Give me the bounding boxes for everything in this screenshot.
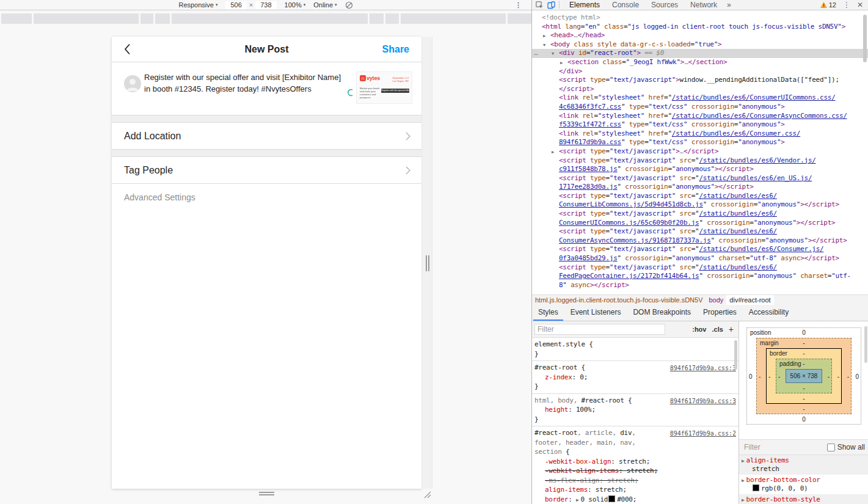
box-model-content-box[interactable]: 506 × 738: [786, 369, 822, 383]
toggle-class-button[interactable]: .cls: [712, 326, 723, 333]
new-style-rule-button[interactable]: +: [729, 324, 734, 334]
tree-line[interactable]: ▶<section class="_9eogI hfWwk">…</sectio…: [532, 58, 868, 67]
inspect-element-icon[interactable]: [536, 1, 544, 9]
tree-line[interactable]: 8" async></script>: [532, 281, 868, 290]
expand-icon[interactable]: ▶: [742, 497, 745, 503]
breadcrumb-item[interactable]: body: [706, 295, 727, 305]
close-icon[interactable]: ✕: [857, 1, 863, 9]
sidebar-tab-properties[interactable]: Properties: [697, 305, 743, 321]
box-model-padding-layer[interactable]: padding - - - - 506 × 738: [776, 359, 832, 393]
throttling-dropdown[interactable]: Online ▾: [313, 1, 337, 9]
sidebar-tab-event-listeners[interactable]: Event Listeners: [564, 305, 627, 321]
tree-line[interactable]: <html lang="en" class="js logged-in clie…: [532, 23, 868, 32]
expand-icon[interactable]: ▶: [543, 32, 545, 41]
tree-line[interactable]: <script type="text/javascript">window.__…: [532, 76, 868, 85]
show-all-checkbox[interactable]: [827, 444, 835, 451]
css-property[interactable]: z-index: 0;: [534, 373, 736, 382]
css-property[interactable]: -webkit-box-align: stretch;: [534, 457, 736, 467]
elements-tree-scrollbar[interactable]: [863, 15, 867, 62]
advanced-settings-link[interactable]: Advanced Settings: [112, 184, 421, 211]
share-button[interactable]: Share: [382, 44, 409, 55]
tree-line[interactable]: </script>: [532, 85, 868, 94]
viewport-width-input[interactable]: 506: [225, 1, 246, 9]
devtools-tab-console[interactable]: Console: [606, 0, 645, 10]
css-property[interactable]: -ms-flex-align: stretch;: [534, 476, 736, 486]
css-source-link[interactable]: 894f617d9b9a.css:3: [670, 396, 736, 406]
expand-icon[interactable]: ▶: [742, 458, 745, 464]
css-property[interactable]: -webkit-align-items: stretch;: [534, 466, 736, 476]
tree-line[interactable]: ▼<body class style data-gr-c-s-loaded="t…: [532, 40, 868, 49]
tree-line[interactable]: 0f3a0485bd29.js" crossorigin="anonymous"…: [532, 254, 868, 263]
box-model-position-layer[interactable]: position 0 0 0 0 margin - - - -: [746, 327, 861, 425]
box-model-border-layer[interactable]: border - - - - padding - - -: [766, 348, 842, 404]
css-rule[interactable]: 894f617d9b9a.css:3html, body, #react-roo…: [532, 394, 739, 427]
tree-line[interactable]: <!doctype html>: [532, 13, 868, 23]
css-property[interactable]: border: ▶0 solid#000;: [534, 495, 736, 504]
breadcrumb-item[interactable]: div#react-root: [726, 295, 773, 305]
no-throttling-icon[interactable]: [345, 1, 353, 9]
tree-line[interactable]: 4c68346f3fc7.css" type="text/css" crosso…: [532, 103, 868, 112]
css-rule[interactable]: 894f617d9b9a.css:3#react-root {z-index: …: [532, 361, 739, 394]
tree-line[interactable]: FeedPageContainer.js/2172bf414b64.js" cr…: [532, 272, 868, 281]
devtools-tab-elements[interactable]: Elements: [563, 0, 606, 10]
tree-line[interactable]: …▼<div id="react-root"> == $0: [532, 49, 868, 58]
collapse-icon[interactable]: ▼: [543, 41, 545, 50]
sidebar-tab-dom-breakpoints[interactable]: DOM Breakpoints: [627, 305, 697, 321]
device-toolbar-menu-icon[interactable]: ⋮: [515, 1, 522, 9]
post-media-thumbnail[interactable]: ∩ vytes September 1-3 Las Vegas, NV Mark…: [356, 71, 412, 104]
css-property[interactable]: align-items: stretch;: [534, 485, 736, 495]
zoom-dropdown[interactable]: 100% ▾: [285, 1, 306, 9]
css-property[interactable]: height: 100%;: [534, 405, 736, 415]
tree-line[interactable]: <script type="text/javascript" src="/sta…: [532, 174, 868, 183]
computed-filter-input[interactable]: Filter: [744, 443, 760, 451]
devtools-menu-icon[interactable]: ⋮: [843, 1, 850, 9]
expand-icon[interactable]: ▶: [560, 59, 563, 68]
tree-line[interactable]: <script type="text/javascript" src="/sta…: [532, 263, 868, 272]
tree-line[interactable]: <link rel="stylesheet" href="/static/bun…: [532, 112, 868, 121]
tree-line[interactable]: <link rel="stylesheet" href="/static/bun…: [532, 93, 868, 103]
css-rule[interactable]: 894f617d9b9a.css:2#react-root, article, …: [532, 426, 739, 504]
sidebar-tab-accessibility[interactable]: Accessibility: [743, 305, 795, 321]
tag-people-row[interactable]: Tag People: [112, 156, 421, 184]
css-rule[interactable]: element.style {}: [532, 338, 739, 361]
viewport-corner-resize-handle[interactable]: [422, 489, 432, 502]
tree-line[interactable]: ▶<head>…</head>: [532, 31, 868, 40]
back-chevron-icon[interactable]: [124, 43, 131, 57]
box-model-margin-layer[interactable]: margin - - - - border - - - -: [756, 338, 852, 414]
computed-property[interactable]: ▶border-bottom-style: [739, 494, 868, 504]
tree-line[interactable]: <script type="text/javascript" src="/sta…: [532, 156, 868, 166]
tree-line[interactable]: f5339c1f472f.css" type="text/css" crosso…: [532, 120, 868, 130]
computed-property[interactable]: ▶align-itemsstretch: [739, 455, 868, 475]
css-source-link[interactable]: 894f617d9b9a.css:2: [670, 429, 736, 439]
styles-pane-scrollbar[interactable]: [734, 340, 737, 370]
tree-line[interactable]: </div>: [532, 67, 868, 76]
tree-line[interactable]: ▶<script type="text/javascript">…</scrip…: [532, 147, 868, 156]
tree-line[interactable]: <link rel="stylesheet" href="/static/bun…: [532, 130, 868, 139]
breadcrumb-item[interactable]: html.js.logged-in.client-root.touch.js-f…: [532, 295, 706, 305]
device-mode-dropdown[interactable]: Responsive ▾: [178, 1, 217, 9]
caption-textarea[interactable]: Register with our special offer and visi…: [144, 71, 342, 102]
more-tabs-icon[interactable]: »: [723, 1, 735, 9]
computed-pane-scrollbar[interactable]: [864, 326, 867, 363]
viewport-resize-gutter[interactable]: [421, 37, 432, 489]
tree-line[interactable]: ConsumerAsyncCommons.js/91687187337a.js"…: [532, 236, 868, 246]
collapse-icon[interactable]: ▼: [552, 49, 554, 59]
device-toolbar-toggle-icon[interactable]: [547, 1, 555, 9]
tree-line[interactable]: ConsumerUICommons.js/65c609b0f20b.js" cr…: [532, 219, 868, 228]
css-source-link[interactable]: 894f617d9b9a.css:3: [670, 363, 736, 373]
tree-line[interactable]: <script type="text/javascript" src="/sta…: [532, 210, 868, 219]
devtools-tab-network[interactable]: Network: [684, 0, 723, 10]
sidebar-tab-styles[interactable]: Styles: [532, 305, 564, 321]
styles-filter-input[interactable]: [534, 324, 665, 335]
expand-icon[interactable]: ▶: [742, 478, 745, 483]
color-swatch[interactable]: [608, 495, 615, 502]
expand-icon[interactable]: ▶: [552, 148, 554, 157]
console-warnings-badge[interactable]: 12: [820, 1, 836, 9]
toggle-hover-state-button[interactable]: :hov: [692, 326, 706, 333]
tree-line[interactable]: 894f617d9b9a.css" type="text/css" crosso…: [532, 138, 868, 147]
devtools-tab-sources[interactable]: Sources: [645, 0, 684, 10]
line-overflow-icon[interactable]: …: [534, 49, 539, 58]
tree-line[interactable]: c911f5848b78.js" crossorigin="anonymous"…: [532, 165, 868, 174]
tree-line[interactable]: 1717ee283d0a.js" crossorigin="anonymous"…: [532, 183, 868, 192]
tree-line[interactable]: <script type="text/javascript" src="/sta…: [532, 245, 868, 254]
